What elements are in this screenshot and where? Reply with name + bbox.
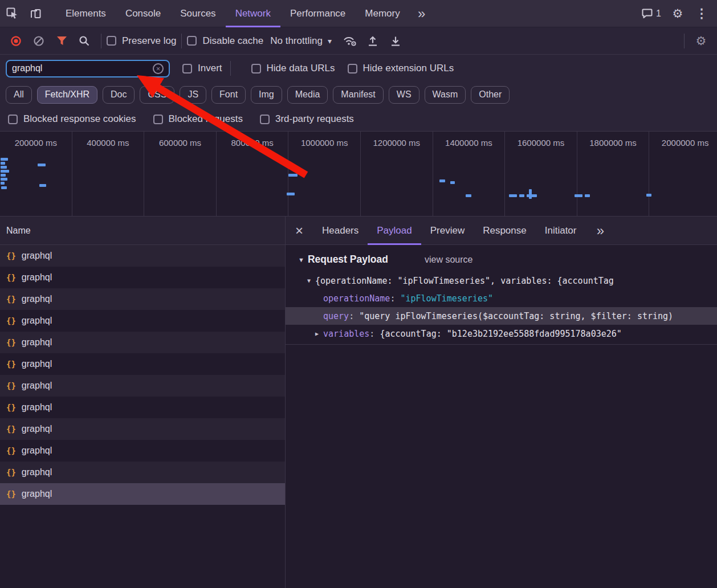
request-row[interactable]: {} graphql [0,288,285,310]
preserve-log-checkbox[interactable] [107,36,116,46]
detail-tab[interactable]: Response [474,217,536,245]
request-row[interactable]: {} graphql [0,310,285,332]
disclosure-icon[interactable]: ▶ [315,330,319,337]
view-source-link[interactable]: view source [425,255,472,265]
payload-line[interactable]: ▼ {operationName: "ipFlowTimeseries", va… [286,272,717,289]
export-har-button[interactable] [384,30,407,52]
request-row[interactable]: {} graphql [0,267,285,288]
main-tab[interactable]: Console [116,0,170,27]
type-filter-chip[interactable]: Other [471,86,510,104]
main-tab[interactable]: Elements [56,0,116,27]
request-name: graphql [22,294,52,304]
issues-button[interactable]: 1 [637,9,666,19]
main-tab[interactable]: Network [226,0,280,27]
gear-icon: ⚙ [673,7,683,19]
network-conditions-button[interactable] [339,30,361,52]
payload-line[interactable]: query "query ipFlowTimeseries($accountTa… [286,307,717,325]
section-disclosure-icon[interactable]: ▼ [298,256,304,263]
clear-button[interactable] [27,30,50,52]
filter-toggle-button[interactable] [50,30,73,52]
search-icon [79,35,90,47]
devtools-menu-button[interactable]: ⋮ [690,0,714,27]
name-column-header[interactable]: Name [0,217,285,245]
device-toolbar-button[interactable] [24,0,48,27]
filter-input[interactable] [12,63,153,74]
detail-tab[interactable]: Preview [421,217,474,245]
request-row[interactable]: {} graphql [0,397,285,418]
detail-tab[interactable]: Payload [368,217,421,245]
request-row[interactable]: {} graphql [0,332,285,353]
settings-button[interactable]: ⚙ [666,0,690,27]
type-filter-chip[interactable]: Wasm [425,86,466,104]
request-row[interactable]: {} graphql [0,418,285,440]
request-name: graphql [22,316,52,326]
timeline-bar [1,162,5,165]
request-row[interactable]: {} graphql [0,483,285,505]
option-control[interactable]: Blocked requests [153,113,243,125]
payload-line[interactable]: operationName "ipFlowTimeseries" [286,289,717,307]
disable-cache-control[interactable]: Disable cache [187,35,263,47]
close-details-button[interactable]: × [286,217,313,245]
request-name: graphql [22,359,52,369]
hide-data-urls-checkbox[interactable] [251,64,261,74]
option-checkbox[interactable] [153,115,163,124]
hide-extension-urls-control[interactable]: Hide extension URLs [348,63,454,74]
toolbar-divider [181,34,182,48]
type-filter-chip[interactable]: Font [211,86,246,104]
timeline-bar [646,194,651,197]
inspect-element-button[interactable] [0,0,24,27]
hide-data-urls-control[interactable]: Hide data URLs [251,63,335,74]
hide-extension-urls-checkbox[interactable] [348,64,357,74]
json-braces-icon: {} [6,446,16,455]
invert-checkbox[interactable] [182,64,192,74]
type-filter-chips: AllFetch/XHRDocCSSJSFontImgMediaManifest… [0,82,717,107]
type-filter-chip[interactable]: JS [180,86,206,104]
type-filter-chip[interactable]: Fetch/XHR [37,86,97,104]
inspect-cursor-icon [6,7,18,19]
option-control[interactable]: Blocked response cookies [8,113,136,125]
type-filter-chip[interactable]: Manifest [333,86,383,104]
import-har-button[interactable] [361,30,384,52]
main-tab[interactable]: Memory [355,0,409,27]
clear-filter-icon[interactable]: × [153,63,164,74]
payload-line[interactable]: ▶ variables {accountTag: "b12e3b2192ee55… [286,325,717,342]
devtools-window: ElementsConsoleSourcesNetworkPerformance… [0,0,717,588]
search-button[interactable] [73,30,96,52]
invert-control[interactable]: Invert [182,63,222,74]
request-row[interactable]: {} graphql [0,245,285,267]
filter-input-wrapper[interactable]: × [6,60,170,77]
more-detail-tabs-button[interactable]: » [585,217,609,244]
main-tab[interactable]: Performance [280,0,355,27]
type-filter-chip[interactable]: Doc [103,86,135,104]
request-row[interactable]: {} graphql [0,440,285,462]
option-control[interactable]: 3rd-party requests [260,113,354,125]
request-payload-header[interactable]: ▼ Request Payload view source [286,254,717,266]
detail-tab[interactable]: Headers [313,217,368,245]
detail-tab[interactable]: Initiator [536,217,586,245]
request-name: graphql [22,251,52,261]
type-filter-chip[interactable]: Img [251,86,282,104]
type-filter-chip[interactable]: All [6,86,32,104]
type-filter-chip[interactable]: Media [287,86,328,104]
main-tab[interactable]: Sources [170,0,225,27]
request-row[interactable]: {} graphql [0,353,285,375]
type-filter-chip[interactable]: WS [389,86,419,104]
json-braces-icon: {} [6,424,16,434]
throttling-select[interactable]: No throttling ▾ [263,35,339,47]
toolbar-divider [101,34,101,48]
payload-tree: ▼ {operationName: "ipFlowTimeseries", va… [286,272,717,345]
option-checkbox[interactable] [8,115,18,124]
type-filter-chip[interactable]: CSS [140,86,174,104]
request-row[interactable]: {} graphql [0,375,285,397]
disclosure-icon[interactable]: ▼ [307,277,311,284]
request-row[interactable]: {} graphql [0,462,285,483]
disable-cache-checkbox[interactable] [187,36,197,46]
record-button[interactable] [5,30,27,52]
preserve-log-control[interactable]: Preserve log [107,35,176,47]
timeline-bar [509,194,517,197]
request-name: graphql [22,337,52,348]
network-settings-button[interactable]: ⚙ [690,30,712,52]
network-overview-timeline[interactable]: 200000 ms400000 ms600000 ms800000 ms1000… [0,131,717,217]
option-checkbox[interactable] [260,115,270,124]
more-panels-button[interactable]: » [410,0,434,27]
